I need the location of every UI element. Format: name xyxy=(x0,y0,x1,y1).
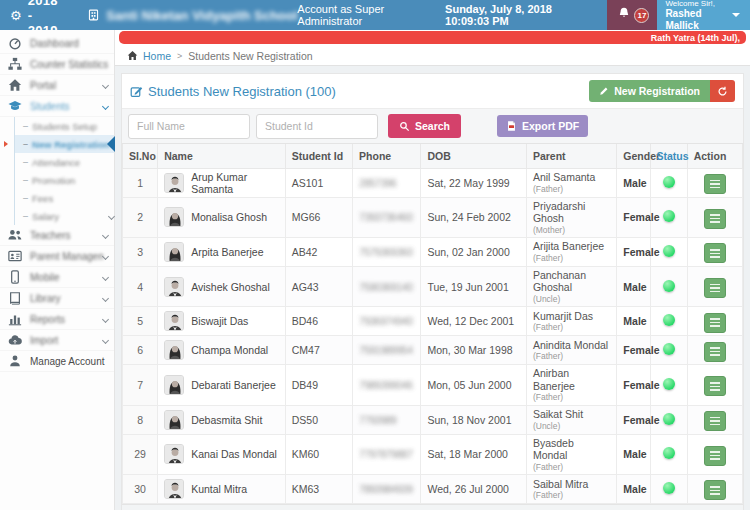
sidebar-item-label: Reports xyxy=(30,314,65,325)
refresh-button[interactable] xyxy=(710,80,735,102)
name-cell: Biswajit Das xyxy=(158,307,286,336)
dash-marker: – xyxy=(23,121,28,131)
full-name-input[interactable] xyxy=(128,114,250,139)
row-actions-button[interactable] xyxy=(704,209,726,229)
dob-cell: Sun, 18 Nov 2001 xyxy=(421,405,527,434)
search-bar: Search Export PDF xyxy=(122,108,743,144)
status-cell xyxy=(650,168,687,197)
sidebar-subitem-attendance[interactable]: –Attendance xyxy=(15,153,114,171)
action-cell xyxy=(687,365,742,405)
student-id-cell: DB49 xyxy=(285,365,352,405)
sidebar-subitem-new-registration[interactable]: –New Registration xyxy=(15,135,114,153)
sidebar-item-library[interactable]: Library xyxy=(0,288,114,309)
sidebar-subitem-students-setup[interactable]: –Students Setup xyxy=(15,117,114,135)
notifications-button[interactable]: 17 xyxy=(607,0,657,30)
sidebar-subitem-promotion[interactable]: –Promotion xyxy=(15,171,114,189)
phone-cell: 2857396 xyxy=(353,168,421,197)
export-pdf-button[interactable]: Export PDF xyxy=(497,115,588,137)
phone-cell: 7797879887 xyxy=(353,434,421,474)
row-actions-button[interactable] xyxy=(704,446,726,466)
sidebar-item-reports[interactable]: Reports xyxy=(0,309,114,330)
row-actions-button[interactable] xyxy=(704,313,726,333)
sidebar-item-manage-account[interactable]: Manage Account xyxy=(0,351,114,372)
phone-number-obscured: 7590369140 xyxy=(359,281,412,293)
refresh-icon xyxy=(717,86,728,97)
dob-cell: Sun, 24 Feb 2002 xyxy=(421,197,527,237)
registration-panel: Students New Registration (100) New Regi… xyxy=(121,73,744,510)
welcome-text: Welcome Sir!, xyxy=(665,0,725,8)
name-cell: Debasmita Shit xyxy=(158,405,286,434)
gear-icon[interactable]: ⚙ xyxy=(10,8,22,23)
table-body: 1Arup Kumar SamantaAS1012857396Sat, 22 M… xyxy=(123,168,743,504)
female-avatar-image xyxy=(165,411,184,430)
action-cell xyxy=(687,237,742,266)
phone-number-obscured: 7893984939 xyxy=(359,483,412,495)
row-actions-button[interactable] xyxy=(704,243,726,263)
dob-cell: Wed, 26 Jul 2000 xyxy=(421,475,527,504)
slno-cell: 7 xyxy=(123,365,158,405)
student-avatar xyxy=(164,311,184,331)
new-registration-button[interactable]: New Registration xyxy=(589,80,710,102)
breadcrumb-separator: > xyxy=(177,51,182,61)
row-actions-button[interactable] xyxy=(704,174,726,194)
name-cell: Arup Kumar Samanta xyxy=(158,168,286,197)
sidebar-item-import[interactable]: Import xyxy=(0,330,114,351)
search-button[interactable]: Search xyxy=(388,114,461,138)
status-active-indicator xyxy=(663,447,675,459)
parent-cell: Saikat Shit(Uncle) xyxy=(526,405,616,434)
chevron-down-icon xyxy=(102,102,109,109)
status-cell xyxy=(650,434,687,474)
users-icon xyxy=(8,228,22,242)
gender-cell: Female xyxy=(617,405,650,434)
action-cell xyxy=(687,336,742,365)
dob-cell: Sat, 22 May 1999 xyxy=(421,168,527,197)
row-actions-button[interactable] xyxy=(704,480,726,500)
row-actions-button[interactable] xyxy=(704,278,726,298)
datetime-text: Sunday, July 8, 2018 10:09:03 PM xyxy=(445,0,593,30)
phone-cell: 7579369360 xyxy=(353,237,421,266)
slno-cell: 2 xyxy=(123,197,158,237)
breadcrumb-home-link[interactable]: Home xyxy=(143,50,171,62)
sidebar-item-portal[interactable]: Portal xyxy=(0,75,114,96)
status-active-indicator xyxy=(663,176,675,188)
chevron-down-icon xyxy=(102,231,109,238)
home-icon xyxy=(8,78,22,92)
table-row: 2Monalisa GhoshMG667393736460Sun, 24 Feb… xyxy=(123,197,743,237)
account-role-text: Account as Super Administrator xyxy=(297,0,429,30)
gender-cell: Male xyxy=(617,434,650,474)
sidebar-subitem-salary[interactable]: –Salary xyxy=(15,207,114,225)
parent-cell: Anil Samanta(Father) xyxy=(526,168,616,197)
sidebar-item-dashboard[interactable]: Dashboard xyxy=(0,33,114,54)
sidebar-item-parent-management[interactable]: Parent Management xyxy=(0,246,114,267)
phone-number-obscured: 2857396 xyxy=(359,177,396,189)
dashboard-icon xyxy=(8,36,22,50)
table-header-row: Sl.NoNameStudent IdPhoneDOBParentGenderS… xyxy=(123,144,743,168)
breadcrumb: Home > Students New Registration xyxy=(115,46,750,65)
sidebar-item-students[interactable]: Students xyxy=(0,96,114,117)
school-name: Santi Niketan Vidyapith School xyxy=(106,8,297,23)
user-menu[interactable]: Welcome Sir!, Rashed Mallick xyxy=(657,0,750,30)
parent-cell: Arijita Banerjee(Father) xyxy=(526,237,616,266)
sidebar-subitem-fees[interactable]: –Fees xyxy=(15,189,114,207)
row-actions-button[interactable] xyxy=(704,376,726,396)
chevron-down-icon xyxy=(108,212,115,219)
action-cell xyxy=(687,434,742,474)
row-actions-button[interactable] xyxy=(704,342,726,362)
sidebar-item-counter-statistics[interactable]: Counter Statistics xyxy=(0,54,114,75)
student-id-cell: KM63 xyxy=(285,475,352,504)
sidebar-item-teachers[interactable]: Teachers xyxy=(0,225,114,246)
name-cell: Kanai Das Mondal xyxy=(158,434,286,474)
student-avatar xyxy=(164,375,184,395)
top-bar: ⚙ 2018 - 2019 Santi Niketan Vidyapith Sc… xyxy=(0,0,750,30)
header-buttons: New Registration xyxy=(589,80,735,102)
parent-cell: Kumarjit Das(Father) xyxy=(526,307,616,336)
table-row: 4Avishek GhoshalAG437590369140Tue, 19 Ju… xyxy=(123,266,743,306)
gender-cell: Male xyxy=(617,168,650,197)
student-id-input[interactable] xyxy=(256,114,378,139)
sidebar-item-mobile[interactable]: Mobile xyxy=(0,267,114,288)
parent-name: Byasdeb Mondal xyxy=(533,437,610,462)
name-cell: Debarati Banerjee xyxy=(158,365,286,405)
user-labels: Welcome Sir!, Rashed Mallick xyxy=(665,0,725,31)
row-actions-button[interactable] xyxy=(704,411,726,431)
parent-name: Kumarjit Das xyxy=(533,310,610,323)
